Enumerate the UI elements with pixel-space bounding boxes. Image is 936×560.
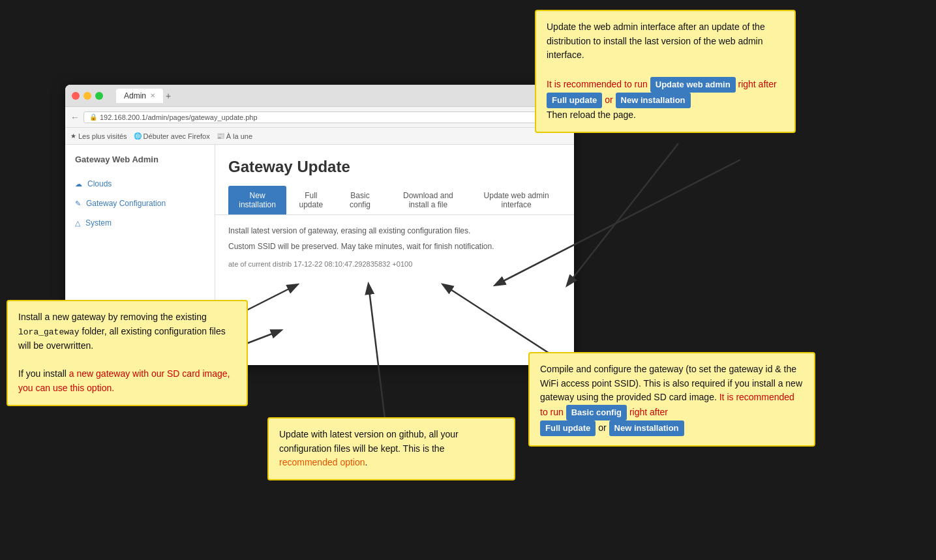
full-update-btn-tr: Full update <box>547 93 602 108</box>
new-tab-icon[interactable]: + <box>166 91 171 101</box>
dot-yellow[interactable] <box>83 92 91 100</box>
tab-close-icon[interactable]: ✕ <box>150 92 155 99</box>
svg-line-0 <box>567 143 678 285</box>
star-icon: ★ <box>70 132 76 140</box>
browser-titlebar: Admin ✕ + <box>65 85 574 107</box>
distrib-label: ate of current distrib <box>228 260 292 268</box>
tooltip-bc-text: Update with latest version on github, al… <box>279 428 504 470</box>
tab-download-install[interactable]: Download and install a file <box>386 186 471 214</box>
tooltip-bl-text2: If you install a new gateway with our SD… <box>18 367 236 395</box>
bookmark-1[interactable]: ★ Les plus visités <box>70 132 127 140</box>
browser-dots <box>72 92 103 100</box>
sidebar-label-system: System <box>85 218 112 228</box>
lock-icon: 🔒 <box>89 113 97 121</box>
system-icon: △ <box>75 219 80 228</box>
tooltip-tr-recommended: It is recommended to run <box>547 79 650 89</box>
tooltip-bl-text1: Install a new gateway by removing the ex… <box>18 310 236 353</box>
bookmark-label-1: Les plus visités <box>78 132 127 140</box>
basic-config-btn-br: Basic config <box>566 405 627 420</box>
tooltip-bottom-center: Update with latest version on github, al… <box>267 417 515 480</box>
main-content: Gateway Update New installation Full upd… <box>215 145 574 365</box>
content-line-2: Custom SSID will be preserved. May take … <box>228 241 561 252</box>
update-web-admin-btn: Update web admin <box>650 77 736 93</box>
distrib-row: ate of current distrib 17-12-22 08:10:47… <box>228 259 561 270</box>
tooltip-tr-text1: Update the web admin interface after an … <box>547 20 784 63</box>
tooltip-tr-reload: Then reload the page. <box>547 108 784 123</box>
tooltip-tr-or1: or <box>605 95 615 105</box>
sidebar-title: Gateway Web Admin <box>65 155 215 174</box>
sidebar-item-clouds[interactable]: ☁ Clouds <box>65 174 215 194</box>
distrib-value: 17-12-22 08:10:47.292835832 +0100 <box>294 260 412 268</box>
tooltip-br-or: or <box>598 422 609 433</box>
tooltip-bottom-right: Compile and configure the gateway (to se… <box>528 352 815 447</box>
address-text: 192.168.200.1/admin/pages/gateway_update… <box>100 113 258 121</box>
tab-title: Admin <box>124 91 146 100</box>
globe-icon: 🌐 <box>134 132 142 140</box>
address-bar[interactable]: 🔒 192.168.200.1/admin/pages/gateway_upda… <box>83 111 569 123</box>
tooltip-br-text2: Full update or New installation <box>540 420 804 436</box>
content-line-1: Install latest version of gateway, erasi… <box>228 225 561 237</box>
sidebar-item-system[interactable]: △ System <box>65 213 215 233</box>
config-icon: ✎ <box>75 199 81 208</box>
sidebar-label-clouds: Clouds <box>87 179 112 188</box>
tab-new-installation[interactable]: New installation <box>228 186 286 214</box>
bookmark-2[interactable]: 🌐 Débuter avec Firefox <box>134 132 210 140</box>
back-icon[interactable]: ← <box>70 112 80 123</box>
browser-tab[interactable]: Admin ✕ <box>116 89 163 103</box>
cloud-icon: ☁ <box>75 180 82 188</box>
tooltip-tr-right-after: right after <box>738 79 777 89</box>
dot-red[interactable] <box>72 92 80 100</box>
tab-update-web-admin[interactable]: Update web admin interface <box>472 186 561 214</box>
browser-nav: ← 🔒 192.168.200.1/admin/pages/gateway_up… <box>65 107 574 128</box>
tab-bar: New installation Full update Basic confi… <box>215 186 574 215</box>
tooltip-bc-recommended: recommended option <box>279 457 365 467</box>
tooltip-bl-red: a new gateway with our SD card image, yo… <box>18 368 230 393</box>
tab-basic-config[interactable]: Basic config <box>335 186 384 214</box>
bookmark-label-2: Débuter avec Firefox <box>143 132 210 140</box>
browser-bookmarks: ★ Les plus visités 🌐 Débuter avec Firefo… <box>65 128 574 145</box>
page-title: Gateway Update <box>215 145 574 186</box>
tooltip-bottom-left: Install a new gateway by removing the ex… <box>7 300 248 406</box>
new-installation-btn-br: New installation <box>609 420 684 436</box>
sidebar-label-gateway: Gateway Configuration <box>86 199 166 208</box>
dot-green[interactable] <box>95 92 103 100</box>
new-installation-btn-tr: New installation <box>616 93 691 108</box>
tooltip-br-text1: Compile and configure the gateway (to se… <box>540 362 804 420</box>
tab-full-update[interactable]: Full update <box>288 186 334 214</box>
code-lora: lora_gateway <box>18 327 80 337</box>
news-icon: 📰 <box>217 132 224 140</box>
bookmark-label-3: À la une <box>226 132 252 140</box>
tooltip-br-right-after: right after <box>627 407 668 417</box>
sidebar-item-gateway-config[interactable]: ✎ Gateway Configuration <box>65 194 215 213</box>
tooltip-top-right: Update the web admin interface after an … <box>535 10 796 133</box>
bookmark-3[interactable]: 📰 À la une <box>217 132 252 140</box>
content-area: Install latest version of gateway, erasi… <box>215 215 574 280</box>
full-update-btn-br: Full update <box>540 420 596 436</box>
tooltip-tr-text2: It is recommended to run Update web admi… <box>547 77 784 108</box>
